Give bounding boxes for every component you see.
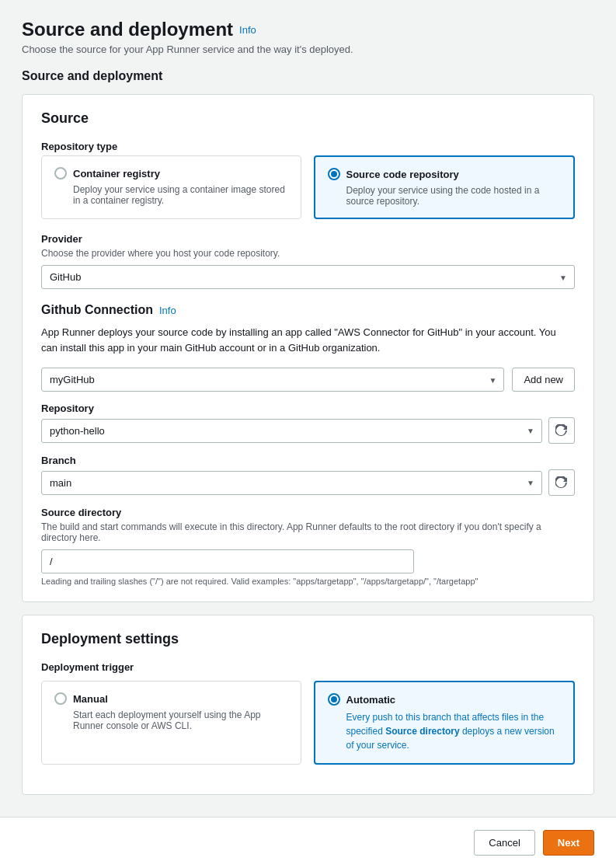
repository-type-options: Container registry Deploy your service u… <box>41 155 575 219</box>
branch-field-row: main ▼ <box>41 469 575 496</box>
github-connection-title-row: Github Connection Info <box>41 303 575 317</box>
source-code-repository-desc: Deploy your service using the code hoste… <box>328 185 562 207</box>
source-directory-sublabel: The build and start commands will execut… <box>41 521 575 543</box>
add-new-button[interactable]: Add new <box>512 368 575 392</box>
github-connection-info-link[interactable]: Info <box>159 305 176 316</box>
cancel-button[interactable]: Cancel <box>474 830 534 856</box>
section-heading: Source and deployment <box>22 69 594 83</box>
footer-bar: Cancel Next <box>0 817 616 868</box>
refresh-icon <box>555 424 568 437</box>
repository-refresh-button[interactable] <box>548 417 575 444</box>
provider-select-wrapper: GitHub ▼ <box>41 265 575 289</box>
provider-select[interactable]: GitHub <box>41 265 575 289</box>
github-connection-section: Github Connection Info App Runner deploy… <box>41 303 575 586</box>
branch-select[interactable]: main <box>41 471 542 495</box>
automatic-deployment-radio[interactable] <box>328 693 340 706</box>
deployment-settings-title: Deployment settings <box>41 631 575 647</box>
container-registry-desc: Deploy your service using a container im… <box>54 184 288 206</box>
source-code-repository-header: Source code repository <box>328 168 562 180</box>
container-registry-title: Container registry <box>73 168 160 180</box>
provider-sublabel: Choose the provider where you host your … <box>41 248 575 259</box>
branch-select-wrapper: main ▼ <box>41 471 542 495</box>
github-connection-desc: App Runner deploys your source code by i… <box>41 325 575 355</box>
repository-field-row: python-hello ▼ <box>41 417 575 444</box>
manual-deployment-header: Manual <box>54 692 288 705</box>
repository-type-label: Repository type <box>41 141 575 152</box>
automatic-deployment-desc: Every push to this branch that affects f… <box>328 710 562 752</box>
source-card-title: Source <box>41 110 575 127</box>
provider-label: Provider <box>41 233 575 245</box>
repository-select[interactable]: python-hello <box>41 419 542 443</box>
container-registry-option[interactable]: Container registry Deploy your service u… <box>41 155 301 219</box>
source-directory-hint: Leading and trailing slashes ("/") are n… <box>41 577 575 586</box>
page-info-link[interactable]: Info <box>239 24 256 36</box>
branch-label: Branch <box>41 455 575 466</box>
source-code-repository-title: Source code repository <box>346 169 459 180</box>
automatic-deployment-title: Automatic <box>346 694 396 706</box>
connection-select-wrapper: myGitHub ▼ <box>41 368 504 392</box>
manual-deployment-title: Manual <box>73 693 108 705</box>
source-directory-input-wrapper <box>41 549 575 573</box>
next-button[interactable]: Next <box>543 830 594 856</box>
github-connection-title: Github Connection <box>41 303 153 317</box>
page-title: Source and deployment <box>22 19 233 40</box>
deployment-trigger-label: Deployment trigger <box>41 661 575 673</box>
connection-row: myGitHub ▼ Add new <box>41 368 575 392</box>
source-directory-label: Source directory <box>41 507 575 518</box>
deployment-trigger-options: Manual Start each deployment yourself us… <box>41 681 575 765</box>
container-registry-header: Container registry <box>54 167 288 180</box>
source-card: Source Repository type Container registr… <box>22 94 594 602</box>
manual-deployment-desc: Start each deployment yourself using the… <box>54 709 288 731</box>
container-registry-radio[interactable] <box>54 167 67 180</box>
manual-deployment-option[interactable]: Manual Start each deployment yourself us… <box>41 681 301 765</box>
source-directory-input[interactable] <box>41 549 414 573</box>
refresh-icon-branch <box>555 476 568 489</box>
branch-refresh-button[interactable] <box>548 469 575 496</box>
connection-select[interactable]: myGitHub <box>41 368 504 392</box>
deployment-settings-card: Deployment settings Deployment trigger M… <box>22 615 594 795</box>
manual-deployment-radio[interactable] <box>54 692 67 705</box>
repository-label: Repository <box>41 403 575 414</box>
page-subtitle: Choose the source for your App Runner se… <box>22 44 594 55</box>
repository-select-wrapper: python-hello ▼ <box>41 419 542 443</box>
automatic-deployment-header: Automatic <box>328 693 562 706</box>
automatic-deployment-option[interactable]: Automatic Every push to this branch that… <box>314 681 576 765</box>
source-directory-section: Source directory The build and start com… <box>41 507 575 586</box>
source-code-repository-radio[interactable] <box>328 168 340 180</box>
source-code-repository-option[interactable]: Source code repository Deploy your servi… <box>314 155 576 219</box>
